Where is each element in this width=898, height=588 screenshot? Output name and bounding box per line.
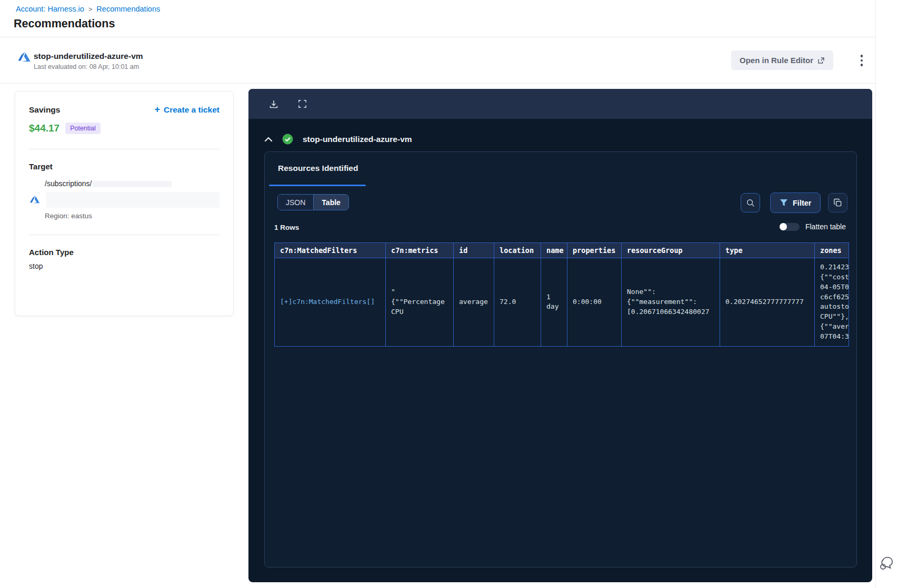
copy-button[interactable] [828,193,847,212]
view-mode-json[interactable]: JSON [278,195,314,210]
filter-button[interactable]: Filter [770,192,821,213]
column-header[interactable]: location [494,243,541,258]
rows-count: 1 Rows [274,224,299,231]
column-header[interactable]: c7n:metrics [386,243,454,258]
plus-icon: + [155,104,161,115]
recommendation-last-evaluated: Last evaluated on: 08 Apr, 10:01 am [34,63,139,70]
copy-icon [833,198,842,207]
more-options-kebab-icon[interactable] [855,53,868,68]
active-tab-underline [269,185,366,186]
flatten-table-label: Flatten table [805,222,846,231]
table-cell: 0.20274652777777777 [720,258,815,347]
table-cell: 72.0 [494,258,541,347]
action-type-label: Action Type [29,248,219,257]
search-button[interactable] [741,193,760,212]
divider [29,149,219,149]
breadcrumb-recommendations-link[interactable]: Recommendations [96,5,160,13]
savings-amount: $44.17 [29,123,59,134]
view-mode-table[interactable]: Table [314,195,348,210]
redacted-text [46,192,219,208]
azure-icon [17,50,32,65]
resources-table: c7n:MatchedFilters c7n:metrics id locati… [274,242,849,347]
table-cell: None"": {""measurement"": [0.20671066342… [622,258,720,347]
filter-label: Filter [793,199,811,207]
table-cell: 0.21423 {""cost 04-05T0 c6cf625 autosto … [815,258,849,347]
breadcrumb: Account: Harness.io > Recommendations [16,5,160,13]
divider [875,0,876,588]
resources-viewer-panel: stop-underutilized-azure-vm Resources Id… [248,89,872,582]
download-icon[interactable] [266,96,282,112]
page-title: Recommendations [14,17,115,31]
filter-funnel-icon [780,199,788,207]
matched-filters-expandable-cell[interactable]: [+]c7n:MatchedFilters[] [275,258,386,347]
recommendation-details-card: Savings + Create a ticket $44.17 Potenti… [15,91,234,316]
redacted-text [93,181,172,187]
column-header[interactable]: zones [815,243,849,258]
recommendation-header: stop-underutilized-azure-vm Last evaluat… [0,37,875,83]
create-ticket-label: Create a ticket [164,105,219,115]
column-header[interactable]: resourceGroup [622,243,720,258]
column-header[interactable]: c7n:MatchedFilters [275,243,386,258]
open-in-rule-editor-label: Open in Rule Editor [740,56,813,65]
collapse-chevron-icon[interactable] [264,137,273,142]
target-path: /subscriptions/ [45,179,219,188]
table-row: [+]c7n:MatchedFilters[] " {""Percentage … [275,258,849,347]
table-header-row: c7n:MatchedFilters c7n:metrics id locati… [275,243,849,258]
target-label: Target [29,162,219,171]
column-header[interactable]: properties [567,243,622,258]
savings-potential-badge: Potential [65,123,101,134]
breadcrumb-account-link[interactable]: Account: Harness.io [16,5,84,13]
search-icon [746,198,755,208]
open-in-rule-editor-button[interactable]: Open in Rule Editor [731,50,833,70]
column-header[interactable]: id [454,243,494,258]
resources-table-container: c7n:MatchedFilters c7n:metrics id locati… [274,242,850,347]
action-type-value: stop [29,262,219,270]
recommendation-name: stop-underutilized-azure-vm [34,52,143,61]
table-cell: average [454,258,494,347]
page: Account: Harness.io > Recommendations Re… [0,0,898,588]
flatten-table-toggle[interactable] [780,223,800,231]
divider [29,235,219,235]
savings-label: Savings [29,105,60,115]
table-cell: " {""Percentage CPU [386,258,454,347]
viewer-toolbar [248,89,872,119]
resource-title: stop-underutilized-azure-vm [303,135,412,144]
table-cell: 1 day [541,258,567,347]
table-cell: 0:00:00 [567,258,622,347]
create-ticket-button[interactable]: + Create a ticket [155,104,220,115]
chat-launcher-icon[interactable] [878,555,895,572]
resources-identified-card: Resources Identified JSON Table Filter 1… [264,151,857,567]
external-link-icon [817,57,825,64]
view-mode-toggle: JSON Table [277,194,349,210]
breadcrumb-separator-icon: > [88,5,93,13]
column-header[interactable]: name [541,243,567,258]
azure-icon [29,194,41,206]
success-check-icon [282,134,293,145]
fullscreen-icon[interactable] [294,96,310,112]
column-header[interactable]: type [720,243,815,258]
divider [0,83,875,84]
tab-resources-identified[interactable]: Resources Identified [278,164,358,173]
target-region: Region: eastus [45,212,219,220]
